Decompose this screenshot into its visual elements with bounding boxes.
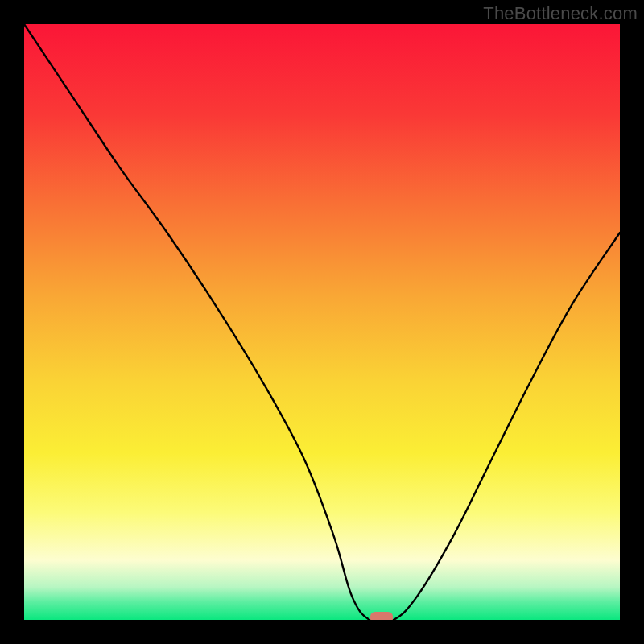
chart-stage: TheBottleneck.com (0, 0, 644, 644)
gradient-background (24, 24, 620, 620)
optimal-marker (370, 612, 393, 620)
chart-svg (24, 24, 620, 620)
watermark-text: TheBottleneck.com (483, 3, 638, 24)
plot-area (24, 24, 620, 620)
